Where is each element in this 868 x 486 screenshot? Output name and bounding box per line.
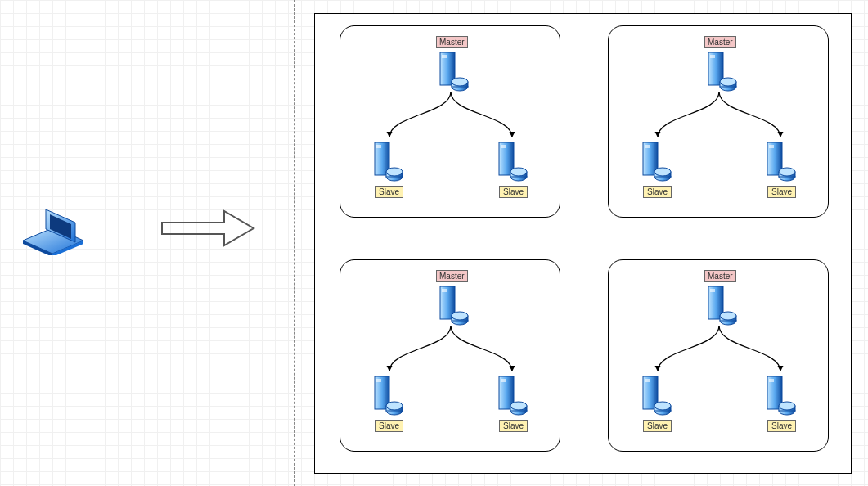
cluster-container: Master Slave Slave Master	[314, 13, 852, 474]
connector-arrows	[641, 324, 797, 381]
master-label: Master	[704, 270, 736, 282]
svg-point-45	[386, 402, 403, 410]
master-label: Master	[436, 36, 468, 48]
connector-arrows	[641, 90, 797, 147]
server-master-icon	[705, 51, 736, 90]
svg-rect-22	[710, 55, 715, 58]
server-slave-icon	[371, 375, 403, 414]
cluster-box: Master Slave Slave	[608, 25, 829, 218]
connector-arrows	[373, 90, 528, 147]
server-slave-icon	[640, 375, 671, 414]
svg-rect-52	[710, 289, 715, 292]
svg-point-50	[510, 402, 527, 410]
cluster-box: Master Slave Slave	[340, 259, 560, 452]
svg-rect-12	[376, 145, 381, 148]
svg-point-20	[510, 168, 527, 176]
slave-label: Slave	[767, 420, 796, 432]
svg-point-30	[654, 168, 671, 176]
slave-label: Slave	[499, 186, 528, 198]
server-slave-icon	[764, 141, 795, 180]
svg-point-55	[720, 312, 736, 320]
svg-rect-17	[501, 145, 506, 148]
server-slave-icon	[764, 375, 795, 414]
slave-label: Slave	[375, 186, 403, 198]
svg-point-60	[654, 402, 671, 410]
slave-label: Slave	[767, 186, 796, 198]
svg-marker-5	[162, 211, 254, 245]
svg-rect-7	[442, 55, 447, 58]
svg-point-65	[779, 402, 795, 410]
server-master-icon	[437, 51, 468, 90]
svg-point-25	[720, 78, 736, 86]
svg-rect-27	[645, 145, 650, 148]
svg-rect-47	[501, 379, 506, 382]
arrow-icon	[159, 208, 257, 249]
cluster-box: Master Slave Slave	[608, 259, 829, 452]
vertical-divider	[294, 0, 295, 486]
server-slave-icon	[640, 141, 671, 180]
slave-label: Slave	[643, 420, 672, 432]
svg-rect-37	[442, 289, 447, 292]
slave-label: Slave	[643, 186, 672, 198]
master-label: Master	[704, 36, 736, 48]
server-slave-icon	[496, 141, 527, 180]
server-master-icon	[705, 285, 736, 324]
slave-label: Slave	[375, 420, 403, 432]
laptop-icon	[21, 206, 87, 255]
connector-arrows	[373, 324, 528, 381]
svg-point-35	[779, 168, 795, 176]
svg-point-15	[386, 168, 403, 176]
svg-rect-32	[769, 145, 774, 148]
svg-rect-57	[645, 379, 650, 382]
cluster-box: Master Slave Slave	[340, 25, 560, 218]
svg-point-40	[452, 312, 468, 320]
svg-rect-42	[376, 379, 381, 382]
slave-label: Slave	[499, 420, 528, 432]
svg-rect-62	[769, 379, 774, 382]
server-slave-icon	[371, 141, 403, 180]
server-slave-icon	[496, 375, 527, 414]
svg-point-10	[452, 78, 468, 86]
server-master-icon	[437, 285, 468, 324]
master-label: Master	[436, 270, 468, 282]
